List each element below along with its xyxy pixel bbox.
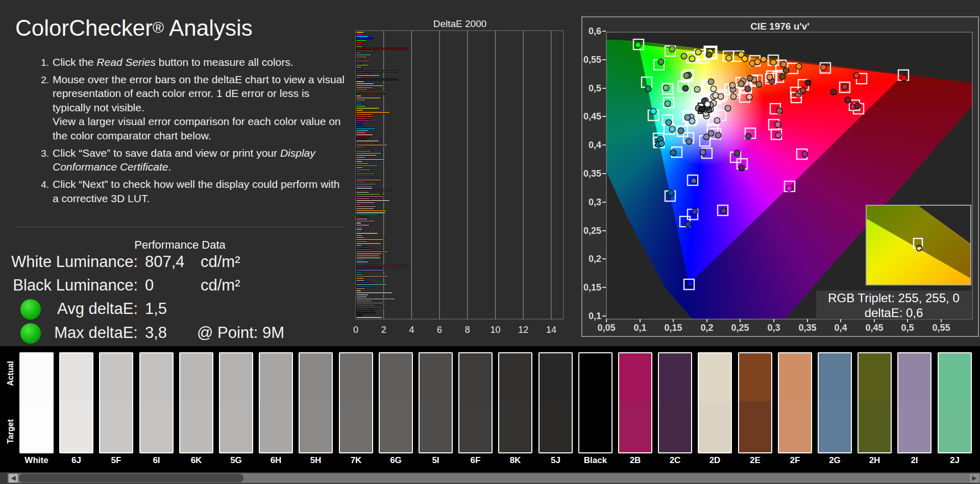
- svg-text:0,5: 0,5: [901, 323, 914, 333]
- svg-text:0,15: 0,15: [583, 282, 601, 293]
- svg-text:0,2: 0,2: [589, 254, 601, 264]
- svg-text:14: 14: [546, 325, 556, 335]
- svg-text:0,1: 0,1: [633, 323, 646, 333]
- svg-text:8: 8: [465, 325, 470, 335]
- svg-text:0,1: 0,1: [589, 311, 601, 321]
- svg-text:0,55: 0,55: [583, 55, 601, 65]
- svg-text:0,35: 0,35: [798, 323, 816, 333]
- svg-text:0,45: 0,45: [865, 323, 883, 333]
- svg-text:0,25: 0,25: [583, 226, 601, 236]
- svg-text:2: 2: [381, 325, 386, 335]
- svg-text:0: 0: [353, 325, 358, 335]
- svg-text:deltaE: 0,6: deltaE: 0,6: [865, 306, 923, 320]
- svg-text:0,3: 0,3: [767, 323, 780, 333]
- svg-text:0,05: 0,05: [597, 323, 615, 333]
- svg-text:0,45: 0,45: [583, 111, 601, 122]
- svg-text:0,15: 0,15: [664, 323, 682, 333]
- svg-text:0,4: 0,4: [834, 323, 847, 333]
- svg-text:0,5: 0,5: [589, 83, 601, 93]
- svg-text:RGB Triplet: 255, 255, 0: RGB Triplet: 255, 255, 0: [828, 291, 959, 305]
- svg-text:12: 12: [518, 325, 528, 335]
- svg-text:0,55: 0,55: [932, 323, 950, 333]
- svg-text:CIE 1976 u'v': CIE 1976 u'v': [750, 21, 810, 32]
- svg-text:0,2: 0,2: [700, 323, 713, 333]
- svg-text:0,35: 0,35: [583, 168, 601, 179]
- svg-text:6: 6: [437, 325, 442, 335]
- svg-text:DeltaE 2000: DeltaE 2000: [433, 18, 487, 29]
- svg-text:0,25: 0,25: [731, 323, 749, 333]
- svg-text:0,4: 0,4: [589, 140, 601, 150]
- svg-text:0,6: 0,6: [589, 26, 601, 36]
- svg-text:10: 10: [490, 325, 500, 335]
- svg-text:4: 4: [409, 325, 414, 335]
- svg-text:0,3: 0,3: [589, 197, 601, 207]
